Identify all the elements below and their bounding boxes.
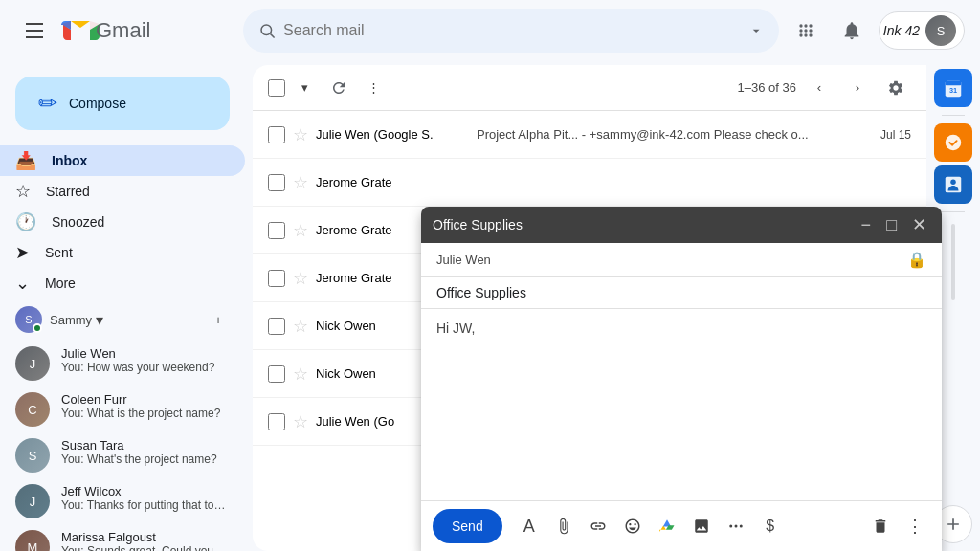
chat-preview: You: Sounds great. Could you send: [61, 544, 230, 551]
row-checkbox[interactable]: [268, 318, 285, 335]
photo-icon: [693, 518, 710, 535]
close-button[interactable]: ✕: [908, 214, 930, 235]
star-icon[interactable]: ☆: [293, 124, 308, 145]
row-checkbox[interactable]: [268, 413, 285, 430]
star-icon[interactable]: ☆: [293, 172, 308, 193]
contacts-icon-btn-right[interactable]: [934, 165, 972, 204]
photo-button[interactable]: [686, 511, 717, 541]
format-text-button[interactable]: A: [514, 511, 545, 541]
svg-point-4: [804, 24, 807, 27]
table-row[interactable]: ☆ Jerome Grate: [253, 159, 926, 207]
chat-preview: You: Thanks for putting that togeth: [61, 498, 230, 512]
table-row[interactable]: ☆ Julie Wen (Google S. Project Alpha Pit…: [253, 111, 926, 159]
link-button[interactable]: [583, 511, 613, 541]
lock-icon: 🔒: [907, 251, 926, 269]
avatar: S: [925, 15, 956, 46]
list-item[interactable]: C Coleen Furr You: What is the project n…: [0, 386, 245, 432]
refresh-button[interactable]: [323, 73, 354, 103]
drive-button[interactable]: [652, 511, 682, 541]
trash-icon: [872, 518, 889, 535]
modal-body-text: Hi JW,: [436, 320, 475, 336]
coleen-avatar: C: [15, 392, 50, 427]
next-page-button[interactable]: ›: [842, 73, 873, 103]
modal-header[interactable]: Office Supplies − □ ✕: [421, 207, 942, 243]
search-input[interactable]: [283, 22, 740, 39]
hamburger-icon: [26, 23, 43, 38]
svg-rect-13: [946, 81, 962, 86]
send-button[interactable]: Send: [433, 509, 502, 543]
star-icon[interactable]: ☆: [293, 316, 308, 337]
chat-name: Coleen Furr: [61, 392, 230, 407]
prev-page-button[interactable]: ‹: [804, 73, 835, 103]
row-checkbox[interactable]: [268, 174, 285, 191]
row-checkbox[interactable]: [268, 270, 285, 287]
clock-icon: 🕐: [15, 211, 36, 232]
julie-avatar: J: [15, 346, 50, 381]
attach-button[interactable]: [548, 511, 579, 541]
chat-info: Jeff Wilcox You: Thanks for putting that…: [61, 484, 230, 512]
row-checkbox[interactable]: [268, 222, 285, 239]
sidebar-item-label: Inbox: [52, 153, 87, 168]
chevron-down-icon: ⌄: [15, 273, 30, 294]
modal-to-value: Julie Wen: [436, 253, 907, 267]
payment-button[interactable]: $: [755, 511, 786, 541]
chat-add-button[interactable]: +: [207, 308, 230, 331]
more-options-button[interactable]: ⋮: [358, 73, 389, 103]
sidebar-item-snoozed[interactable]: 🕐 Snoozed: [0, 207, 245, 237]
chevron-down-small-icon[interactable]: ▾: [96, 311, 103, 329]
star-icon[interactable]: ☆: [293, 364, 308, 385]
sidebar-item-more[interactable]: ⌄ More: [0, 268, 245, 298]
tasks-icon: [943, 132, 964, 153]
select-all-checkbox[interactable]: [268, 79, 285, 97]
list-item[interactable]: J Jeff Wilcox You: Thanks for putting th…: [0, 478, 245, 524]
compose-button[interactable]: ✏ Compose: [15, 77, 230, 130]
account-button[interactable]: Ink 42 S: [879, 11, 965, 50]
star-icon[interactable]: ☆: [293, 268, 308, 289]
search-dropdown-arrow-icon[interactable]: [748, 22, 764, 39]
chat-section-header: S Sammy ▾ +: [0, 298, 245, 341]
email-count: 1–36 of 36 ‹ ›: [738, 73, 911, 103]
notifications-icon-btn[interactable]: [833, 11, 871, 50]
select-dropdown-button[interactable]: ▾: [289, 73, 320, 103]
sidebar-item-sent[interactable]: ➤ Sent: [0, 237, 245, 268]
apps-icon: [796, 21, 815, 40]
sidebar-item-inbox[interactable]: 📥 Inbox: [0, 145, 245, 176]
row-checkbox[interactable]: [268, 365, 285, 383]
menu-icon[interactable]: [15, 11, 54, 50]
chat-info: Julie Wen You: How was your weekend?: [61, 346, 230, 374]
delete-draft-button[interactable]: [865, 511, 896, 541]
svg-point-15: [946, 135, 962, 151]
online-indicator: [33, 323, 42, 333]
compose-plus-icon: ✏: [38, 92, 57, 115]
chat-name: Marissa Falgoust: [61, 530, 230, 544]
more-formatting-button[interactable]: [721, 511, 751, 541]
sammy-avatar: S: [15, 306, 42, 333]
more-options-compose-button[interactable]: ⋮: [900, 511, 930, 541]
svg-point-19: [734, 525, 737, 528]
calendar-icon: 31: [943, 77, 964, 99]
tasks-icon-btn[interactable]: [934, 123, 972, 162]
star-icon[interactable]: ☆: [293, 411, 308, 432]
svg-point-1: [261, 25, 272, 35]
minimize-button[interactable]: −: [858, 214, 876, 235]
modal-footer: Send A: [421, 500, 942, 551]
row-checkbox[interactable]: [268, 126, 285, 143]
chat-info: Marissa Falgoust You: Sounds great. Coul…: [61, 530, 230, 551]
emoji-button[interactable]: [617, 511, 648, 541]
footer-right: ⋮: [865, 511, 930, 541]
paperclip-icon: [555, 518, 572, 535]
apps-icon-btn[interactable]: [787, 11, 825, 50]
expand-button[interactable]: □: [882, 214, 901, 235]
list-item[interactable]: J Julie Wen You: How was your weekend?: [0, 341, 245, 386]
modal-to-row: Julie Wen 🔒: [421, 243, 942, 277]
star-icon[interactable]: ☆: [293, 220, 308, 241]
sidebar-item-label: Starred: [46, 184, 90, 199]
chat-name: Susan Tara: [61, 438, 230, 452]
sidebar-item-starred[interactable]: ☆ Starred: [0, 176, 245, 207]
gmail-logo[interactable]: Gmail: [61, 17, 150, 44]
settings-button[interactable]: [880, 73, 911, 103]
list-item[interactable]: S Susan Tara You: What's the project nam…: [0, 432, 245, 478]
calendar-icon-btn[interactable]: 31: [934, 69, 972, 107]
modal-body[interactable]: Hi JW,: [421, 309, 942, 500]
list-item[interactable]: M Marissa Falgoust You: Sounds great. Co…: [0, 524, 245, 551]
